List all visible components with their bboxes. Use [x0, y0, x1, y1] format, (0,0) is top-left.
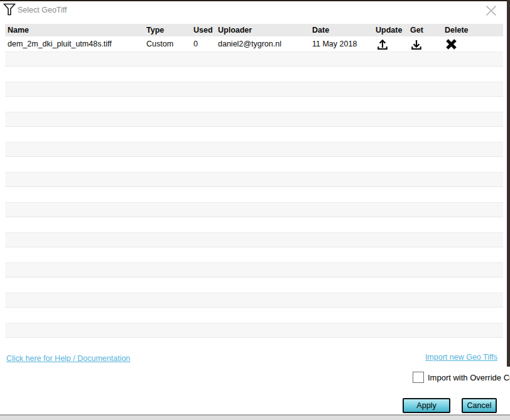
table-row-empty — [5, 112, 503, 127]
table-row-empty — [5, 82, 503, 97]
cell-uploader: daniel2@tygron.nl — [218, 36, 281, 51]
table-row-empty — [5, 97, 503, 112]
table-row-empty — [5, 172, 503, 187]
column-header-type: Type — [146, 24, 164, 36]
window-frame-bottom — [0, 416, 510, 420]
select-geotiff-dialog: Select GeoTiff Name Type Used Uploader D… — [0, 0, 510, 420]
close-icon[interactable] — [486, 5, 497, 16]
column-header-uploader: Uploader — [218, 24, 252, 36]
download-icon[interactable] — [410, 38, 423, 50]
column-header-used: Used — [193, 24, 213, 36]
column-header-delete: Delete — [445, 24, 469, 36]
dialog-titlebar: Select GeoTiff — [0, 1, 507, 21]
cell-date: 11 May 2018 — [312, 36, 357, 51]
override-crs-label: Import with Override Crs — [428, 373, 510, 382]
table-row-empty — [5, 187, 503, 202]
override-crs-checkbox[interactable] — [413, 372, 424, 383]
table-row-empty — [5, 127, 503, 142]
table-row-empty — [5, 293, 503, 308]
cell-used: 0 — [193, 36, 198, 51]
delete-icon[interactable] — [444, 38, 458, 50]
column-header-date: Date — [312, 24, 329, 36]
help-documentation-link[interactable]: Click here for Help / Documentation — [6, 354, 130, 363]
table-row-empty — [5, 277, 503, 293]
table-row-empty — [5, 202, 503, 217]
table-row-empty — [5, 247, 503, 262]
table-row-empty — [5, 308, 503, 323]
table-row-empty — [5, 262, 503, 277]
geotiff-table: Name Type Used Uploader Date Update Get … — [5, 24, 503, 338]
table-row-empty — [5, 232, 503, 247]
column-header-get: Get — [410, 24, 423, 36]
table-header: Name Type Used Uploader Date Update Get … — [5, 24, 503, 36]
cancel-button[interactable]: Cancel — [462, 398, 497, 413]
window-edge-right — [507, 0, 510, 367]
table-row-empty — [5, 217, 503, 232]
table-row[interactable]: dem_2m_dki_pluit_utm48s.tiff Custom 0 da… — [5, 36, 503, 51]
column-header-name: Name — [8, 24, 29, 36]
cell-type: Custom — [146, 36, 173, 51]
table-row-empty — [5, 51, 503, 67]
column-header-update: Update — [376, 24, 402, 36]
empty-rows-container — [5, 51, 503, 338]
apply-button[interactable]: Apply — [403, 398, 450, 413]
table-row-empty — [5, 323, 503, 338]
cell-name: dem_2m_dki_pluit_utm48s.tiff — [8, 36, 112, 51]
table-row-empty — [5, 142, 503, 157]
import-new-geotiffs-link[interactable]: Import new Geo Tiffs — [425, 353, 497, 362]
table-row-empty — [5, 157, 503, 172]
geotiff-funnel-icon — [3, 3, 16, 16]
upload-icon[interactable] — [376, 38, 389, 50]
table-row-empty — [5, 67, 503, 82]
dialog-title: Select GeoTiff — [18, 5, 67, 15]
